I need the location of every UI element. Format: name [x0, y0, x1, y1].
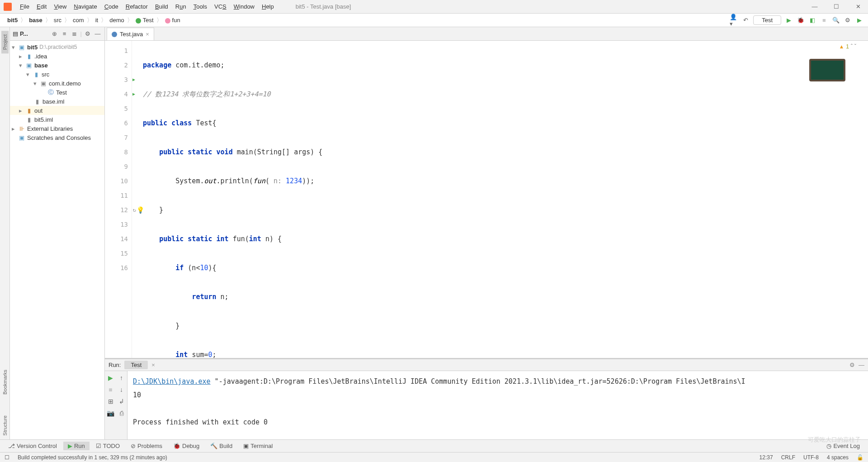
crumb-demo[interactable]: demo [107, 16, 127, 24]
bottom-terminal[interactable]: ▣Terminal [239, 442, 277, 450]
sidetab-bookmarks[interactable]: Bookmarks [1, 366, 9, 398]
stop-icon[interactable]: ■ [820, 16, 828, 24]
crumb-com[interactable]: com [70, 16, 87, 24]
chevron-up-icon[interactable]: ˆ [851, 43, 853, 50]
tree-node-idea[interactable]: ▸▮.idea [10, 52, 104, 61]
rerun-icon[interactable]: ▶ [107, 374, 115, 382]
run-gear-icon[interactable]: ⚙ [849, 362, 855, 368]
status-indicator-icon[interactable]: ☐ [5, 454, 9, 461]
bottom-problems[interactable]: ⊘Problems [126, 442, 167, 450]
tree-node-out[interactable]: ▸▮out [10, 106, 104, 115]
crumb-it[interactable]: it [93, 16, 101, 24]
tree-node-base[interactable]: ▾▣base [10, 61, 104, 70]
file-encoding[interactable]: UTF-8 [803, 454, 819, 461]
tree-node-pkg[interactable]: ▾▣com.it.demo [10, 79, 104, 88]
tree-node-testclass[interactable]: ⒸTest [10, 88, 104, 97]
tree-node-baseiml[interactable]: ▮base.iml [10, 97, 104, 106]
menu-window[interactable]: Window [230, 1, 258, 12]
up-icon[interactable]: ↑ [118, 374, 126, 382]
folder-icon: ▤ [13, 30, 18, 37]
tab-close-icon[interactable]: × [146, 31, 149, 38]
exit-message: Process finished with exit code 0 [133, 415, 863, 429]
bottom-build[interactable]: 🔨Build [206, 442, 237, 450]
run-hide-icon[interactable]: — [859, 362, 864, 368]
menu-vcs[interactable]: VCS [211, 1, 230, 12]
menu-tools[interactable]: Tools [190, 1, 211, 12]
intention-bulb-icon[interactable]: 💡 [137, 203, 144, 217]
menu-build[interactable]: Build [151, 1, 172, 12]
project-panel-header: ▤ P... ⊕ ≡ ≣ | ⚙ — [10, 27, 104, 41]
window-title: bit5 - Test.java [base] [296, 3, 351, 10]
maximize-icon[interactable]: ☐ [830, 2, 843, 11]
menu-edit[interactable]: Edit [33, 1, 50, 12]
line-separator[interactable]: CRLF [781, 454, 795, 461]
wrap-icon[interactable]: ↲ [118, 397, 126, 405]
add-user-icon[interactable]: 👤▾ [730, 16, 738, 24]
class-icon [112, 32, 117, 37]
inspection-badge[interactable]: ▲ 1 ˆ ˇ [839, 43, 856, 50]
sidetab-structure[interactable]: Structure [1, 412, 9, 439]
menu-view[interactable]: View [50, 1, 70, 12]
menu-navigate[interactable]: Navigate [70, 1, 100, 12]
bottom-eventlog[interactable]: ◷Event Log [822, 442, 864, 450]
tree-node-extlib[interactable]: ▸⊪External Libraries [10, 124, 104, 133]
menu-run[interactable]: Run [172, 1, 190, 12]
coverage-icon[interactable]: ◧ [808, 16, 816, 24]
editor-tab-test[interactable]: Test.java × [107, 28, 154, 40]
gear-icon[interactable]: ⚙ [844, 16, 852, 24]
indent-info[interactable]: 4 spaces [827, 454, 849, 461]
bottom-version-control[interactable]: ⎇Version Control [4, 442, 61, 450]
search-icon[interactable]: 🔍 [832, 16, 840, 24]
minimize-icon[interactable]: — [808, 2, 821, 11]
tree-node-root[interactable]: ▾▣bit5D:\.practice\bit5 [10, 43, 104, 52]
crumb-base[interactable]: base [26, 16, 45, 24]
menu-help[interactable]: Help [258, 1, 278, 12]
menu-code[interactable]: Code [101, 1, 122, 12]
menu-refactor[interactable]: Refactor [122, 1, 151, 12]
tree-node-bit5iml[interactable]: ▮bit5.iml [10, 115, 104, 124]
expand-all-icon[interactable]: ≡ [61, 30, 69, 38]
crumb-bit5[interactable]: bit5 [5, 16, 20, 24]
back-icon[interactable]: ↶ [741, 16, 750, 24]
run-tab-close-icon[interactable]: × [151, 362, 155, 368]
crumb-test[interactable]: Test [133, 16, 156, 24]
readonly-lock-icon[interactable]: 🔓 [857, 454, 863, 461]
java-exe-link[interactable]: D:\JDK\bin\java.exe [133, 377, 211, 386]
tree-node-scratch[interactable]: ▣Scratches and Consoles [10, 133, 104, 142]
gutter: 1 2 3▶ 4▶ 5 6 7 8 9 10 11 12↻ 13 14 15 1… [105, 41, 132, 358]
crumb-src[interactable]: src [51, 16, 64, 24]
bottom-run[interactable]: ▶Run [63, 442, 90, 450]
output-line: 10 [133, 388, 863, 402]
crumb-fun[interactable]: fun [162, 16, 183, 24]
panel-gear-icon[interactable]: ⚙ [84, 30, 92, 38]
run-output[interactable]: D:\JDK\bin\java.exe "-javaagent:D:\Progr… [127, 371, 868, 439]
play-last-icon[interactable]: ▶ [855, 16, 863, 24]
editor-body[interactable]: 1 2 3▶ 4▶ 5 6 7 8 9 10 11 12↻ 13 14 15 1… [105, 41, 868, 358]
print-icon[interactable]: ⎙ [118, 409, 126, 417]
status-message: Build completed successfully in 1 sec, 3… [18, 454, 167, 461]
tree-node-src[interactable]: ▾▮src [10, 70, 104, 79]
bottom-todo[interactable]: ☑TODO [91, 442, 124, 450]
run-config-selector[interactable]: Test [753, 15, 781, 25]
close-icon[interactable]: ✕ [852, 2, 864, 11]
caret-position[interactable]: 12:37 [760, 454, 773, 461]
bottom-debug[interactable]: 🐞Debug [169, 442, 204, 450]
panel-hide-icon[interactable]: — [94, 30, 102, 38]
sidetab-project[interactable]: Project [1, 31, 9, 53]
tab-label: Test.java [120, 31, 143, 38]
layout-icon[interactable]: ⊞ [107, 397, 115, 405]
down-icon[interactable]: ↓ [118, 386, 126, 394]
todo-icon: ☑ [96, 443, 101, 449]
run-icon[interactable]: ▶ [785, 16, 793, 24]
run-config-tab[interactable]: Test [124, 361, 148, 369]
menu-file[interactable]: File [16, 1, 33, 12]
debug-icon[interactable]: 🐞 [797, 16, 805, 24]
play-icon: ▶ [68, 443, 72, 449]
collapse-all-icon[interactable]: ≣ [71, 30, 79, 38]
chevron-down-icon[interactable]: ˇ [854, 43, 856, 50]
run-tool-window: Run: Test × ⚙ — ▶↑ ■↓ ⊞↲ 📷⎙ D:\JDK\bin\j… [105, 358, 868, 439]
camera-icon[interactable]: 📷 [107, 409, 115, 417]
code-area[interactable]: package com.it.demo; // 数1234 求每位数字之和1+2… [132, 41, 868, 358]
locate-icon[interactable]: ⊕ [51, 30, 59, 38]
stop-run-icon[interactable]: ■ [107, 386, 115, 394]
